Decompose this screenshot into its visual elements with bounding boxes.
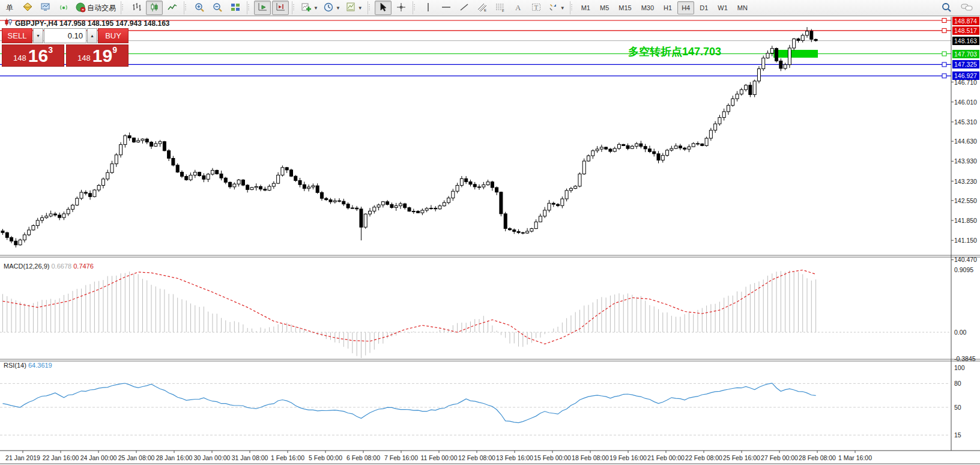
text-tool[interactable]: A [510, 1, 527, 15]
line-chart-mode[interactable] [164, 1, 181, 15]
toolbar-separator [292, 1, 296, 14]
macd-name: MACD(12,26,9) [4, 263, 49, 270]
sell-price-button[interactable]: 148 16 3 [2, 44, 64, 67]
timeframe-w1[interactable]: W1 [713, 1, 732, 14]
price-tick-144.630: 144.630 [954, 138, 977, 145]
vertical-line-icon [423, 2, 434, 14]
text-label-icon: T [531, 2, 542, 14]
chart-canvas[interactable] [0, 17, 980, 465]
horizontal-line-tool[interactable] [438, 1, 455, 15]
sell-button[interactable]: SELL [2, 28, 32, 43]
chat-button[interactable] [958, 1, 975, 15]
chart-title: GBPJPY-,H4 147.958 148.195 147.943 148.1… [5, 19, 170, 28]
templates[interactable]: ▼ [343, 1, 364, 15]
periods-icon [323, 2, 334, 14]
tile-windows-icon [230, 2, 241, 14]
vertical-line-tool[interactable] [420, 1, 437, 15]
timeframe-h1[interactable]: H1 [659, 1, 676, 14]
toolbar-separator [247, 1, 251, 14]
rsi-name: RSI(14) [4, 362, 26, 369]
indicators[interactable]: ▼ [299, 1, 320, 15]
chart-shift-icon [275, 2, 286, 14]
cursor-tool[interactable] [375, 1, 392, 15]
auto-scroll-icon [257, 2, 268, 14]
bar-chart-mode[interactable] [128, 1, 145, 15]
new-order[interactable]: 单 [1, 1, 18, 15]
text-label-tool[interactable]: T [528, 1, 545, 15]
timeframe-d1[interactable]: D1 [695, 1, 712, 14]
timeframe-m5[interactable]: M5 [596, 1, 613, 14]
buy-price-button[interactable]: 148 19 9 [66, 44, 129, 67]
price-tick-143.230: 143.230 [954, 178, 977, 185]
search-button[interactable] [938, 1, 955, 15]
pivot-annotation[interactable]: 多空转折点147.703 [628, 44, 721, 59]
hline-handle[interactable] [942, 28, 946, 32]
price-badge-147.703: 147.703 [952, 50, 979, 58]
dropdown-caret-icon: ▼ [336, 5, 340, 11]
sell-price-prefix: 148 [13, 52, 26, 64]
buy-button[interactable]: BUY [98, 28, 129, 43]
fibonacci-icon: F [495, 2, 506, 14]
indicator-tick-15: 15 [954, 431, 961, 439]
timeframe-h4[interactable]: H4 [677, 1, 694, 14]
hline-handle[interactable] [942, 62, 946, 67]
volume-input[interactable]: 0.10 [44, 28, 86, 43]
arrows-tool[interactable]: ▼ [546, 1, 567, 15]
fibonacci-tool[interactable]: F [492, 1, 509, 15]
svg-text:A: A [515, 2, 521, 11]
candlestick-mode[interactable] [146, 1, 163, 15]
macd-main-value: 0.6678 [51, 263, 71, 270]
volume-increase-button[interactable]: ▲ [87, 28, 97, 43]
toolbar: 单自动交易▼▼▼EFAT▼M1M5M15M30H1H4D1W1MN [0, 0, 980, 16]
crosshair-tool[interactable] [393, 1, 410, 15]
buy-price-pip: 9 [112, 46, 117, 54]
timeframe-m15[interactable]: M15 [614, 1, 635, 14]
price-tick-141.850: 141.850 [954, 217, 977, 224]
timeframe-m30[interactable]: M30 [637, 1, 658, 14]
zoom-out-icon [212, 2, 223, 14]
toolbar-right [938, 1, 980, 15]
one-click-trading-panel: SELL ▼ 0.10 ▲ BUY 148 16 3 148 19 9 [2, 28, 129, 67]
price-badge-148.874: 148.874 [952, 17, 979, 25]
buy-price-main: 19 [92, 47, 112, 64]
hline-handle[interactable] [942, 52, 946, 56]
signals[interactable] [55, 1, 72, 15]
volume-decrease-button[interactable]: ▼ [33, 28, 43, 43]
hline-handle[interactable] [942, 74, 946, 78]
equidistant-channel-icon: E [477, 2, 488, 14]
market-watch-icon [40, 2, 51, 14]
history-center[interactable] [19, 1, 36, 15]
chart-shift[interactable] [272, 1, 289, 15]
price-axis[interactable]: 148.874148.517148.163147.703147.325146.9… [952, 17, 980, 451]
indicator-tick-0.00: 0.00 [954, 329, 966, 336]
timeframe-m1[interactable]: M1 [577, 1, 594, 14]
indicator-tick-0.9095: 0.9095 [954, 266, 973, 273]
tile-windows[interactable] [227, 1, 244, 15]
timeframe-mn[interactable]: MN [733, 1, 752, 14]
dropdown-caret-icon: ▼ [358, 5, 363, 11]
macd-pane [0, 270, 951, 358]
toolbar-separator [570, 1, 574, 14]
auto-trading[interactable]: 自动交易 [73, 1, 118, 15]
chat-icon [961, 2, 973, 14]
hline-handle[interactable] [942, 19, 946, 23]
crosshair-icon [396, 2, 407, 14]
highlight-box[interactable] [773, 50, 818, 58]
rsi-line [3, 383, 816, 423]
time-axis[interactable]: 21 Jan 201922 Jan 16:0024 Jan 00:0025 Ja… [0, 451, 980, 465]
market-watch[interactable] [37, 1, 54, 15]
sell-price-pip: 3 [48, 46, 53, 54]
candlestick-icon [149, 2, 160, 14]
equidistant-channel-tool[interactable]: E [474, 1, 491, 15]
horizontal-line-icon [441, 2, 452, 14]
bar-chart-icon [131, 2, 142, 14]
trend-line-tool[interactable] [456, 1, 473, 15]
zoom-out[interactable] [209, 1, 226, 15]
line-chart-icon [167, 2, 178, 14]
auto-trading-label: 自动交易 [87, 3, 116, 13]
chart-title-text: GBPJPY-,H4 147.958 148.195 147.943 148.1… [15, 19, 170, 28]
auto-scroll[interactable] [254, 1, 271, 15]
periods[interactable]: ▼ [321, 1, 342, 15]
zoom-in[interactable] [191, 1, 208, 15]
mt4-window: 单自动交易▼▼▼EFAT▼M1M5M15M30H1H4D1W1MN GBPJPY… [0, 0, 980, 465]
